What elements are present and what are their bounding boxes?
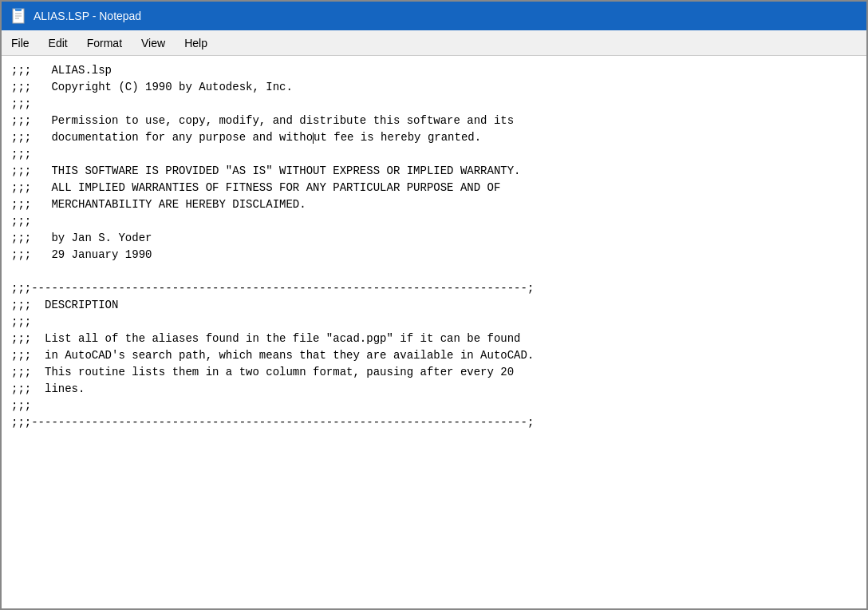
window-title: ALIAS.LSP - Notepad <box>34 10 141 22</box>
menu-bar: File Edit Format View Help <box>2 30 866 56</box>
text-cursor <box>313 133 314 144</box>
title-bar: ALIAS.LSP - Notepad <box>2 2 866 30</box>
notepad-icon <box>11 8 27 24</box>
menu-format[interactable]: Format <box>77 34 132 53</box>
editor-content[interactable]: ;;; ALIAS.lsp ;;; Copyright (C) 1990 by … <box>11 62 857 448</box>
menu-file[interactable]: File <box>2 34 39 53</box>
main-window: ALIAS.LSP - Notepad File Edit Format Vie… <box>0 0 868 610</box>
svg-rect-1 <box>15 8 22 11</box>
menu-help[interactable]: Help <box>175 34 217 53</box>
editor-area[interactable]: ;;; ALIAS.lsp ;;; Copyright (C) 1990 by … <box>2 56 866 608</box>
menu-view[interactable]: View <box>132 34 175 53</box>
menu-edit[interactable]: Edit <box>39 34 77 53</box>
